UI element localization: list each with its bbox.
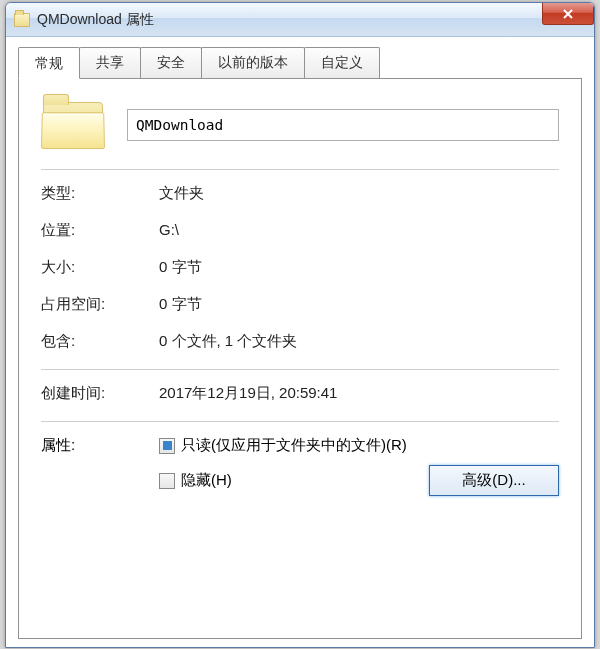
tab-previous-versions[interactable]: 以前的版本	[201, 47, 305, 78]
type-label: 类型:	[41, 184, 159, 203]
titlebar: QMDownload 属性	[6, 3, 594, 37]
window-title: QMDownload 属性	[37, 11, 154, 29]
properties-dialog: QMDownload 属性 常规 共享 安全 以前的版本 自定义	[5, 2, 595, 648]
location-value: G:\	[159, 221, 559, 240]
attributes-label: 属性:	[41, 436, 159, 496]
folder-name-input[interactable]	[127, 109, 559, 141]
contains-value: 0 个文件, 1 个文件夹	[159, 332, 559, 351]
readonly-label: 只读(仅应用于文件夹中的文件)(R)	[181, 436, 407, 455]
content-area: 常规 共享 安全 以前的版本 自定义 类型: 文件夹	[6, 37, 594, 647]
separator	[41, 421, 559, 422]
hidden-checkbox[interactable]	[159, 473, 175, 489]
hidden-row: 隐藏(H)	[159, 471, 232, 490]
hidden-label: 隐藏(H)	[181, 471, 232, 490]
row-location: 位置: G:\	[41, 221, 559, 240]
row-size-on-disk: 占用空间: 0 字节	[41, 295, 559, 314]
attributes-section: 属性: 只读(仅应用于文件夹中的文件)(R) 隐藏(H) 高级(D)...	[41, 436, 559, 496]
separator	[41, 369, 559, 370]
close-icon	[562, 8, 574, 20]
created-value: 2017年12月19日, 20:59:41	[159, 384, 559, 403]
size-value: 0 字节	[159, 258, 559, 277]
tab-customize[interactable]: 自定义	[304, 47, 380, 78]
row-size: 大小: 0 字节	[41, 258, 559, 277]
location-label: 位置:	[41, 221, 159, 240]
type-value: 文件夹	[159, 184, 559, 203]
large-folder-icon	[41, 99, 107, 151]
folder-name-row	[41, 99, 559, 151]
row-type: 类型: 文件夹	[41, 184, 559, 203]
close-button[interactable]	[542, 3, 594, 25]
tab-general[interactable]: 常规	[18, 47, 80, 79]
contains-label: 包含:	[41, 332, 159, 351]
tab-panel-general: 类型: 文件夹 位置: G:\ 大小: 0 字节 占用空间: 0 字节 包含: …	[18, 79, 582, 639]
created-label: 创建时间:	[41, 384, 159, 403]
tab-security[interactable]: 安全	[140, 47, 202, 78]
row-contains: 包含: 0 个文件, 1 个文件夹	[41, 332, 559, 351]
row-created: 创建时间: 2017年12月19日, 20:59:41	[41, 384, 559, 403]
disk-label: 占用空间:	[41, 295, 159, 314]
disk-value: 0 字节	[159, 295, 559, 314]
advanced-button[interactable]: 高级(D)...	[429, 465, 559, 496]
readonly-row: 只读(仅应用于文件夹中的文件)(R)	[159, 436, 559, 455]
tab-strip: 常规 共享 安全 以前的版本 自定义	[18, 47, 582, 79]
size-label: 大小:	[41, 258, 159, 277]
separator	[41, 169, 559, 170]
folder-icon	[14, 13, 30, 27]
tab-sharing[interactable]: 共享	[79, 47, 141, 78]
readonly-checkbox[interactable]	[159, 438, 175, 454]
